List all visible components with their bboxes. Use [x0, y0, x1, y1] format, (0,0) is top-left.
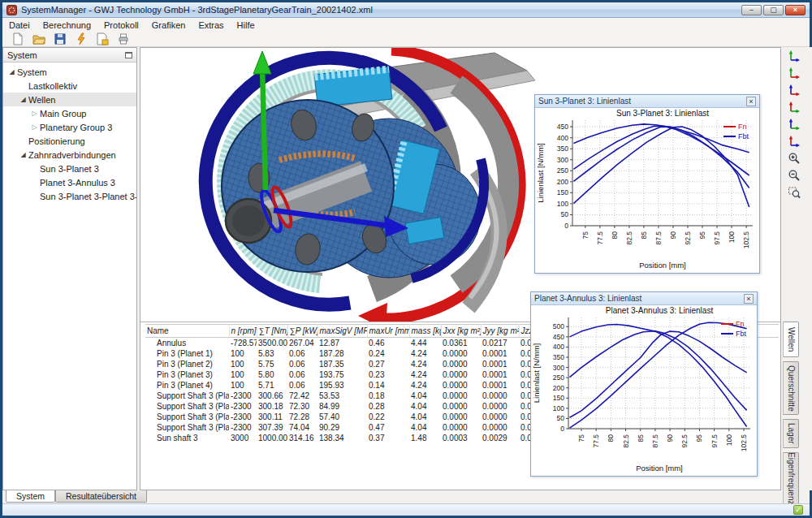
svg-text:85: 85 [640, 231, 648, 240]
tree-item-main-group[interactable]: ▷Main Group [3, 106, 136, 120]
column-header-n-rpm[interactable]: n [rpm] [229, 325, 257, 338]
save-file-icon [54, 32, 67, 45]
right-tab-strip: WellenQuerschnitteLagerEigenfrequenzen [783, 322, 802, 518]
svg-text:80: 80 [607, 434, 615, 442]
table-cell: 0.0000 [441, 348, 481, 359]
zoom-out-button[interactable] [788, 166, 807, 183]
report-button[interactable] [92, 32, 113, 46]
zoom-window-icon [788, 186, 801, 199]
tree-item-sun-3-planet-3[interactable]: Sun 3-Planet 3 [3, 162, 136, 175]
table-cell: 100 [229, 348, 257, 359]
view-axis-zy-icon [788, 135, 801, 148]
table-cell: -2300 [229, 412, 257, 422]
column-header-maxsigv-mpa[interactable]: maxSigV [MPa] [317, 325, 367, 338]
tree-item-zahnradverbindungen[interactable]: ◢Zahnradverbindungen [3, 148, 136, 162]
title-bar[interactable]: SystemManager - GWJ Technology GmbH - 3r… [2, 2, 810, 18]
chart-close-button[interactable]: × [744, 294, 754, 304]
tab-wellen[interactable]: Wellen [783, 322, 799, 357]
table-cell: 187.28 [317, 348, 367, 359]
table-cell: Sun shaft 3 [145, 433, 229, 443]
menu-datei[interactable]: Datei [2, 19, 37, 31]
new-file-button[interactable] [7, 32, 28, 46]
tree-item-label: Zahnradverbindungen [28, 150, 116, 160]
column-header-p-kw[interactable]: ∑P [kW] [287, 325, 317, 338]
chart-window-titlebar[interactable]: Planet 3-Annulus 3: Linienlast × [531, 292, 757, 305]
close-button[interactable]: × [785, 5, 806, 15]
tree-item-planetary-group-3[interactable]: ▷Planetary Group 3 [3, 120, 136, 134]
view-axis-yz-icon [788, 118, 801, 131]
chart-window-titlebar[interactable]: Sun 3-Planet 3: Linienlast × [535, 95, 759, 108]
maximize-button[interactable]: ▢ [763, 5, 784, 15]
tree-item-positionierung[interactable]: Positionierung [3, 134, 136, 148]
chart-close-button[interactable]: × [746, 97, 756, 106]
tree-item-planet-3-annulus-3[interactable]: Planet 3-Annulus 3 [3, 175, 136, 189]
new-file-icon [11, 32, 24, 45]
tree-item-lastkollektiv[interactable]: Lastkollektiv [3, 79, 136, 93]
table-cell: 0.0000 [481, 391, 519, 401]
tree-item-sun-3-planet-3-planet-3-ann[interactable]: Sun 3-Planet 3-Planet 3-Ann... [3, 189, 136, 203]
tree-expanded-icon[interactable]: ◢ [6, 68, 17, 76]
print-button[interactable] [113, 32, 134, 46]
tree-item-label: Sun 3-Planet 3 [40, 164, 99, 174]
view-axis-yz-button[interactable] [788, 115, 807, 132]
tree-expanded-icon[interactable]: ◢ [18, 151, 28, 158]
view-axis-yx-button[interactable] [788, 64, 807, 81]
view-axis-zy-button[interactable] [788, 132, 807, 149]
float-panel-icon[interactable] [125, 52, 132, 58]
calculate-button[interactable] [71, 32, 92, 46]
table-cell: 0.0001 [481, 348, 519, 359]
menu-extras[interactable]: Extras [192, 19, 230, 31]
menu-berechnung[interactable]: Berechnung [37, 19, 97, 31]
table-cell: 0.0217 [481, 338, 519, 348]
column-header-maxur-mm[interactable]: maxUr [mm] [367, 325, 409, 338]
bottom-tab-system[interactable]: System [6, 490, 55, 503]
svg-text:95: 95 [698, 231, 706, 240]
table-cell: 0.0000 [441, 369, 481, 380]
view-axis-zx-button[interactable] [788, 81, 807, 98]
table-cell: 4.44 [409, 338, 441, 348]
open-file-button[interactable] [28, 32, 50, 46]
table-cell: -728.57 [229, 338, 257, 348]
tree-collapsed-icon[interactable]: ▷ [29, 123, 40, 131]
tab-lager[interactable]: Lager [783, 419, 799, 448]
chart-window-sun3-planet3[interactable]: Sun 3-Planet 3: Linienlast × 05010015020… [534, 94, 760, 274]
svg-text:97.5: 97.5 [710, 434, 719, 448]
view-axis-xz-button[interactable] [788, 98, 807, 115]
table-cell: 1.48 [409, 433, 441, 443]
table-cell: 57.40 [317, 412, 367, 422]
svg-text:75: 75 [581, 231, 590, 240]
table-cell: 4.24 [409, 348, 441, 359]
bottom-tab-resultate-bersicht[interactable]: Resultateübersicht [55, 490, 147, 503]
table-cell: 0.0029 [481, 433, 519, 443]
menu-protokoll[interactable]: Protokoll [97, 19, 145, 31]
tree-item-label: System [17, 67, 47, 77]
chart-window-planet3-annulus3[interactable]: Planet 3-Annulus 3: Linienlast × 0501001… [530, 291, 758, 477]
column-header-name[interactable]: Name [145, 325, 229, 338]
table-cell: Support Shaft 3 (Planet 1) [145, 391, 229, 401]
tree-item-system[interactable]: ◢System [3, 65, 136, 79]
zoom-window-button[interactable] [788, 183, 807, 201]
svg-text:Planet 3-Annulus 3: Linienlast: Planet 3-Annulus 3: Linienlast [606, 306, 714, 315]
minimize-button[interactable]: – [741, 5, 762, 15]
column-header-jyy-kg-m[interactable]: Jyy [kg m²] [481, 325, 519, 338]
menu-grafiken[interactable]: Grafiken [145, 19, 192, 31]
column-header-mass-kg[interactable]: mass [kg] [409, 325, 441, 338]
svg-text:75: 75 [577, 434, 585, 442]
menu-hilfe[interactable]: Hilfe [231, 19, 261, 31]
save-file-button[interactable] [50, 32, 71, 46]
view-axis-xy-button[interactable] [788, 47, 807, 64]
svg-text:Fn: Fn [738, 123, 747, 131]
table-cell: 4.04 [409, 401, 441, 412]
table-cell: 3000 [229, 433, 257, 443]
column-header-t-nm[interactable]: ∑T [Nm] [257, 325, 287, 338]
tab-querschnitte[interactable]: Querschnitte [783, 361, 799, 415]
svg-text:85: 85 [637, 434, 645, 442]
tree-collapsed-icon[interactable]: ▷ [29, 110, 40, 117]
svg-text:87.5: 87.5 [651, 434, 659, 448]
table-cell: 0.46 [367, 338, 409, 348]
tree-expanded-icon[interactable]: ◢ [18, 96, 28, 103]
tree-item-wellen[interactable]: ◢Wellen [3, 93, 136, 106]
column-header-jxx-kg-m[interactable]: Jxx [kg m²] [441, 325, 481, 338]
svg-text:100: 100 [728, 231, 736, 243]
zoom-in-button[interactable] [788, 149, 807, 166]
